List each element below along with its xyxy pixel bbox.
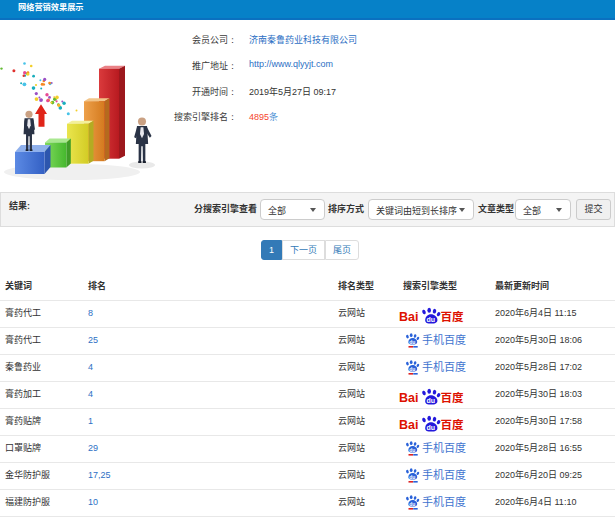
svg-text:手机百度: 手机百度 [422,359,466,374]
svg-text:du: du [427,316,436,323]
svg-text:du: du [409,500,415,506]
svg-text:百度: 百度 [441,389,464,405]
svg-text:Bai: Bai [399,391,418,405]
svg-text:手机百度: 手机百度 [422,440,466,455]
svg-text:du: du [427,397,436,404]
svg-text:Bai: Bai [399,418,418,432]
svg-text:du: du [409,365,415,371]
svg-text:手机百度: 手机百度 [422,467,466,482]
svg-text:手机百度: 手机百度 [422,332,466,347]
svg-text:du: du [409,338,415,344]
svg-text:百度: 百度 [441,308,464,324]
svg-text:du: du [409,446,415,452]
svg-text:手机百度: 手机百度 [422,494,466,509]
svg-text:du: du [427,424,436,431]
svg-text:百度: 百度 [441,416,464,432]
svg-text:Bai: Bai [399,310,418,324]
svg-text:du: du [409,473,415,479]
